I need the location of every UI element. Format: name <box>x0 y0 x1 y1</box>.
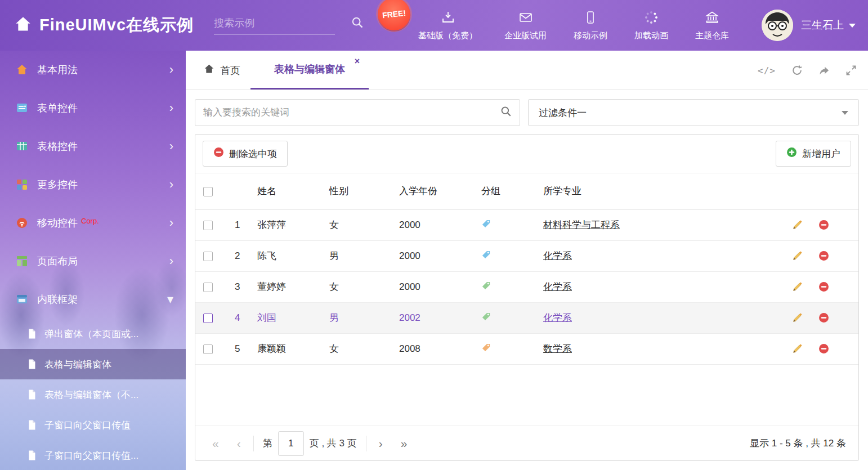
home-icon <box>204 64 214 77</box>
sidebar-item-form-controls[interactable]: 表单控件 › <box>0 89 186 127</box>
major-link[interactable]: 数学系 <box>543 343 572 354</box>
table-row-selected[interactable]: 4 刘国 男 2002 化学系 <box>195 302 858 333</box>
delete-row-icon[interactable] <box>818 281 829 292</box>
tab-home[interactable]: 首页 <box>194 51 250 89</box>
chevron-right-icon: › <box>169 178 173 191</box>
row-checkbox[interactable] <box>203 221 213 230</box>
blocks-icon <box>16 178 28 191</box>
delete-row-icon[interactable] <box>818 312 829 323</box>
row-checkbox[interactable] <box>203 314 213 323</box>
form-icon <box>16 102 28 114</box>
last-page-button[interactable]: » <box>392 437 417 450</box>
column-header-index <box>225 173 257 209</box>
grid-panel: 删除选中项 新增用户 <box>195 134 859 461</box>
sidebar: 基本用法 › 表单控件 › 表格控件 › 更多控件 › <box>0 51 186 470</box>
sidebar-item-grid-controls[interactable]: 表格控件 › <box>0 127 186 165</box>
app-brand[interactable]: FineUIMvc在线示例 <box>0 14 194 37</box>
bank-icon <box>705 10 719 26</box>
edit-pencil-icon[interactable] <box>792 250 803 261</box>
filter-dropdown[interactable]: 过滤条件一 <box>528 99 859 126</box>
main-area: 首页 表格与编辑窗体 × </> <box>186 51 868 470</box>
tab-grid-edit-window[interactable]: 表格与编辑窗体 × <box>250 51 369 89</box>
sidebar-item-inline-frame[interactable]: 内联框架 ▾ <box>0 280 186 319</box>
row-checkbox[interactable] <box>203 344 213 354</box>
user-menu[interactable]: 三生石上 <box>801 18 856 33</box>
row-index: 2 <box>225 240 257 271</box>
page-number-group: 第 页 , 共 3 页 <box>257 431 363 456</box>
cell-name: 刘国 <box>257 302 329 333</box>
sidebar-item-mobile-controls[interactable]: 移动控件 Corp. › <box>0 204 186 242</box>
tab-label: 首页 <box>220 64 240 77</box>
close-icon[interactable]: × <box>355 56 360 66</box>
row-index: 3 <box>225 271 257 302</box>
sidebar-item-more-controls[interactable]: 更多控件 › <box>0 165 186 204</box>
home-logo-icon <box>15 16 32 35</box>
delete-row-icon[interactable] <box>818 250 829 261</box>
prev-page-button[interactable]: ‹ <box>228 437 250 450</box>
major-link[interactable]: 材料科学与工程系 <box>543 220 620 230</box>
tag-icon <box>481 343 491 352</box>
major-link[interactable]: 化学系 <box>543 281 572 292</box>
sidebar-subitem-grid-edit-window-no[interactable]: 表格与编辑窗体（不... <box>0 379 186 410</box>
sidebar-item-page-layout[interactable]: 页面布局 › <box>0 242 186 280</box>
chevron-down-icon: ▾ <box>167 293 173 306</box>
sidebar-subitem-child-to-parent[interactable]: 子窗口向父窗口传值 <box>0 410 186 440</box>
user-avatar[interactable] <box>762 10 793 41</box>
column-header-gender: 性别 <box>329 173 399 209</box>
mail-icon <box>518 10 533 26</box>
cell-gender: 女 <box>329 271 399 302</box>
sidebar-subitem-child-to-parent-2[interactable]: 子窗口向父窗口传值... <box>0 440 186 470</box>
filter-dropdown-value: 过滤条件一 <box>539 106 587 119</box>
chevron-right-icon: › <box>169 64 173 76</box>
delete-row-icon[interactable] <box>818 343 829 354</box>
column-header-name: 姓名 <box>257 173 329 209</box>
keyword-search-input[interactable] <box>203 107 500 118</box>
search-icon[interactable] <box>351 16 364 31</box>
row-checkbox[interactable] <box>203 283 213 292</box>
tab-label: 表格与编辑窗体 <box>274 62 345 76</box>
delete-selected-button[interactable]: 删除选中项 <box>203 141 288 167</box>
sidebar-subitem-label: 表格与编辑窗体（不... <box>44 388 138 401</box>
next-page-button[interactable]: › <box>370 437 392 450</box>
refresh-icon[interactable] <box>791 65 803 76</box>
select-all-checkbox[interactable] <box>203 187 213 196</box>
minus-circle-icon <box>213 147 224 160</box>
chevron-right-icon: › <box>169 217 173 229</box>
file-icon <box>27 419 37 431</box>
file-icon <box>27 359 37 370</box>
nav-item-mobile-demo[interactable]: 移动示例 <box>560 10 621 41</box>
layout-icon <box>16 255 28 267</box>
window-icon <box>16 293 28 306</box>
row-checkbox[interactable] <box>203 252 213 261</box>
edit-pencil-icon[interactable] <box>792 281 803 292</box>
edit-pencil-icon[interactable] <box>792 220 803 230</box>
nav-item-enterprise-trial[interactable]: 企业版试用 <box>491 10 560 41</box>
table-row[interactable]: 5 康颖颖 女 2008 数学系 <box>195 333 858 364</box>
edit-pencil-icon[interactable] <box>792 312 803 323</box>
table-row[interactable]: 3 董婷婷 女 2000 化学系 <box>195 271 858 302</box>
expand-icon[interactable] <box>845 65 857 76</box>
share-icon[interactable] <box>818 65 830 76</box>
first-page-button[interactable]: « <box>203 437 228 450</box>
nav-item-theme-repository[interactable]: 主题仓库 <box>682 10 742 41</box>
header-search-input[interactable] <box>214 17 344 29</box>
table-row[interactable]: 2 陈飞 男 2000 化学系 <box>195 240 858 271</box>
edit-pencil-icon[interactable] <box>792 343 803 354</box>
delete-row-icon[interactable] <box>818 220 829 230</box>
button-label: 删除选中项 <box>229 147 277 160</box>
add-user-button[interactable]: 新增用户 <box>776 141 851 167</box>
table-row[interactable]: 1 张萍萍 女 2000 材料科学与工程系 <box>195 209 858 240</box>
nav-item-loading-animation[interactable]: 加载动画 <box>621 10 682 41</box>
sidebar-item-basic-usage[interactable]: 基本用法 › <box>0 51 186 89</box>
major-link[interactable]: 化学系 <box>543 312 572 323</box>
home-icon <box>16 64 28 76</box>
search-icon[interactable] <box>500 106 512 119</box>
sidebar-subitem-popup-window[interactable]: 弹出窗体（本页面或... <box>0 319 186 349</box>
sidebar-subitem-grid-edit-window[interactable]: 表格与编辑窗体 <box>0 349 186 379</box>
major-link[interactable]: 化学系 <box>543 250 572 261</box>
page-number-input[interactable] <box>278 431 304 456</box>
view-source-icon[interactable]: </> <box>758 65 776 76</box>
nav-item-basic-edition[interactable]: FREE! 基础版（免费） <box>405 10 491 41</box>
row-index: 1 <box>225 209 257 240</box>
cell-name: 张萍萍 <box>257 209 329 240</box>
